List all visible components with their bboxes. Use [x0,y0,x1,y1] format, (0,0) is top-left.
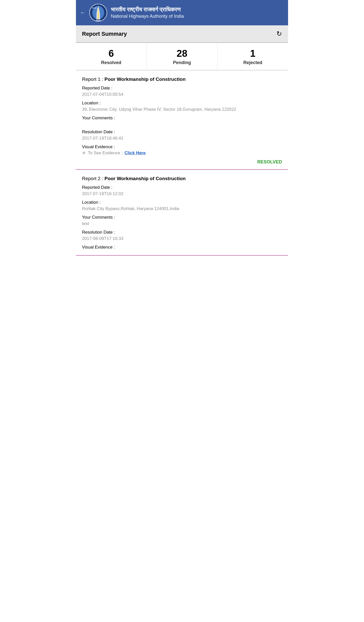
report-2-reported-date-label: Reported Date : [82,185,282,190]
report-card-1: Report 1 : Poor Workmanship of Construct… [76,70,288,170]
nhai-logo: NHAI भा रा प्रा [89,4,107,22]
pending-count: 28 [177,48,187,59]
pending-label: Pending [173,60,191,65]
report-1-location-value: 39, Electronic City, Udyog Vihar Phase I… [82,106,282,112]
report-2-visual-evidence-label: Visual Evidence : [82,245,282,250]
stat-pending: 28 Pending [147,43,218,70]
report-2-title: Report 2 : Poor Workmanship of Construct… [82,175,282,182]
stat-resolved: 6 Resolved [76,43,147,70]
svg-text:NHAI: NHAI [96,19,101,22]
report-1-resolution-date-value: 2017-07-19T18:46:41 [82,135,282,141]
summary-title: Report Summary [82,31,127,37]
header-hindi-title: भारतीय राष्ट्रीय राजमार्ग प्राधिकरण [111,6,184,13]
report-1-title: Report 1 : Poor Workmanship of Construct… [82,76,282,83]
report-2-location-label: Location : [82,200,282,205]
header-text: भारतीय राष्ट्रीय राजमार्ग प्राधिकरण Nati… [111,6,184,19]
report-2-reported-date-value: 2017-07-19T16:12:02 [82,191,282,197]
report-1-resolution-date-label: Resolution Date : [82,129,282,135]
report-2-location-value: Rohtak City Bypass,Rohtak, Haryana 12400… [82,206,282,212]
report-2-resolution-date-value: 2017-08-09T17:16:33 [82,236,282,242]
report-1-visual-evidence-label: Visual Evidence : [82,144,282,149]
report-1-reported-date-label: Reported Date : [82,86,282,91]
refresh-button[interactable]: ↻ [276,30,282,38]
header-english-title: National Highways Authority of India [111,13,184,19]
resolved-label: Resolved [101,60,121,65]
rejected-label: Rejected [243,60,262,65]
click-here-link[interactable]: Click Here [125,150,146,156]
report-1-evidence-row: ✳ To See Evidence : Click Here [82,150,282,156]
report-1-comments-value [82,121,282,126]
report-2-comments-label: Your Comments : [82,215,282,220]
back-button[interactable]: ← [80,9,86,16]
app-header: ← NHAI भा रा प्रा भारतीय राष्ट्रीय राजमा… [76,0,288,25]
stat-rejected: 1 Rejected [217,43,288,70]
resolved-count: 6 [109,48,114,59]
report-1-reported-date-value: 2017-07-04T10:00:54 [82,91,282,98]
evidence-prefix-text: To See Evidence : [88,150,123,156]
report-1-status: RESOLVED [82,159,282,165]
report-2-comments-value: test [82,221,282,227]
svg-text:भा रा प्रा: भा रा प्रा [92,7,97,9]
stats-row: 6 Resolved 28 Pending 1 Rejected [76,43,288,70]
report-1-location-label: Location : [82,101,282,106]
report-1-comments-label: Your Comments : [82,116,282,121]
report-card-2: Report 2 : Poor Workmanship of Construct… [76,170,288,256]
rejected-count: 1 [250,48,255,59]
evidence-asterisk-icon: ✳ [82,150,86,156]
summary-bar: Report Summary ↻ [76,25,288,43]
report-2-resolution-date-label: Resolution Date : [82,230,282,235]
